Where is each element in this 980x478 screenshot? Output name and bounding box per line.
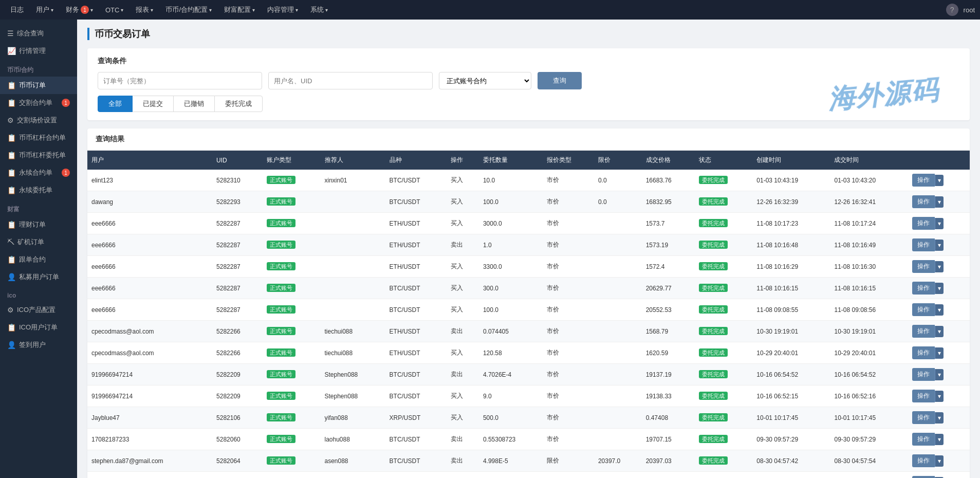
col-quantity: 委托数量 (479, 151, 543, 170)
sidebar-item-coin-order[interactable]: 📋 币币订单 (0, 77, 77, 94)
table-row: elint123 5282310 正式账号 xinxin01 BTC/USDT … (87, 170, 970, 191)
cell-limit-price (594, 299, 642, 321)
op-button[interactable]: 操作 (912, 238, 935, 251)
sidebar-item-label: 永续合约单 (19, 168, 52, 177)
sidebar-item-perpetual-delegate[interactable]: 📋 永续委托单 (0, 181, 77, 199)
op-button[interactable]: 操作 (912, 476, 935, 478)
cell-deal-price: 19707.15 (642, 429, 695, 450)
table-row: dawang 5282293 正式账号 BTC/USDT 买入 100.0 市价… (87, 191, 970, 213)
main-content: 币币交易订单 查询条件 正式账号合约 查询 全部 已提交 已撤销 委托完成 查询… (77, 20, 980, 478)
cell-deal-price: 16683.76 (642, 170, 695, 191)
cell-price-type: 限价 (543, 472, 594, 479)
op-arrow-button[interactable]: ▾ (935, 369, 944, 380)
user-avatar-icon: ? (946, 4, 958, 16)
col-referrer: 推荐人 (321, 151, 385, 170)
op-arrow-button[interactable]: ▾ (935, 434, 944, 445)
nav-content[interactable]: 内容管理 ▾ (262, 0, 303, 20)
col-variety: 品种 (385, 151, 447, 170)
sidebar-item-market[interactable]: 📈 行情管理 (0, 42, 77, 60)
cell-account-type: 正式账号 (263, 364, 320, 385)
cell-user: elint123 (87, 170, 212, 191)
nav-user[interactable]: 用户 ▾ (31, 0, 59, 20)
user-input[interactable] (268, 72, 433, 89)
cell-create-time: 10-01 10:17:45 (752, 407, 830, 429)
cell-deal-time: 10-16 06:52:16 (830, 385, 908, 407)
tab-all[interactable]: 全部 (98, 96, 133, 112)
tab-completed[interactable]: 委托完成 (214, 96, 263, 112)
sidebar-item-private-order[interactable]: 👤 私募用户订单 (0, 268, 77, 286)
sidebar-item-overview[interactable]: ☰ 综合查询 (0, 25, 77, 42)
cell-limit-price (594, 321, 642, 342)
sidebar-item-miner-order[interactable]: ⛏ 矿机订单 (0, 233, 77, 251)
op-button[interactable]: 操作 (912, 411, 935, 424)
top-nav-right: ? root (946, 4, 975, 16)
nav-report[interactable]: 报表 ▾ (131, 0, 158, 20)
op-button[interactable]: 操作 (912, 303, 935, 316)
op-button[interactable]: 操作 (912, 195, 935, 208)
sidebar-item-perpetual-contract[interactable]: 📋 永续合约单 1 (0, 164, 77, 181)
nav-coin-config-arrow: ▾ (209, 7, 212, 13)
cell-operation: 买入 (447, 278, 478, 299)
cell-actions: 操作▾ (908, 278, 970, 299)
op-arrow-button[interactable]: ▾ (935, 391, 944, 402)
query-button[interactable]: 查询 (538, 72, 582, 89)
sidebar-item-ico-order[interactable]: 📋 ICO用户订单 (0, 319, 77, 336)
sidebar-item-leverage-delegate[interactable]: 📋 币币杠杆委托单 (0, 146, 77, 164)
tab-submitted[interactable]: 已提交 (132, 96, 174, 112)
cell-account-type: 正式账号 (263, 385, 320, 407)
cell-deal-price: 19138.33 (642, 385, 695, 407)
table-row: 919966947214 5282209 正式账号 Stephen088 BTC… (87, 385, 970, 407)
sidebar-item-delivery-contract[interactable]: 📋 交割合约单 1 (0, 94, 77, 112)
op-arrow-button[interactable]: ▾ (935, 196, 944, 208)
order-number-input[interactable] (98, 72, 262, 89)
cell-quantity: 4.998E-5 (479, 450, 543, 472)
op-button[interactable]: 操作 (912, 217, 935, 230)
op-arrow-button[interactable]: ▾ (935, 261, 944, 272)
op-arrow-button[interactable]: ▾ (935, 240, 944, 251)
sidebar-item-delivery-price[interactable]: ⚙ 交割场价设置 (0, 112, 77, 129)
sidebar-item-ico-config[interactable]: ⚙ ICO产品配置 (0, 301, 77, 319)
nav-wealth-config[interactable]: 财富配置 ▾ (219, 0, 260, 20)
op-button[interactable]: 操作 (912, 433, 935, 446)
op-button[interactable]: 操作 (912, 174, 935, 187)
cell-create-time: 11-08 10:16:15 (752, 278, 830, 299)
cell-uid: 5282209 (212, 385, 263, 407)
nav-log[interactable]: 日志 (5, 0, 29, 20)
sidebar-item-follow-contract[interactable]: 📋 跟单合约 (0, 251, 77, 268)
delivery-icon: 📋 (7, 99, 16, 107)
op-arrow-button[interactable]: ▾ (935, 218, 944, 229)
op-button[interactable]: 操作 (912, 390, 935, 402)
cell-variety: BTC/USDT (385, 170, 447, 191)
op-button[interactable]: 操作 (912, 325, 935, 338)
op-arrow-button[interactable]: ▾ (935, 347, 944, 359)
nav-system[interactable]: 系统 ▾ (305, 0, 333, 20)
nav-coin-config[interactable]: 币币/合约配置 ▾ (160, 0, 217, 20)
cell-uid: 5282064 (212, 450, 263, 472)
op-arrow-button[interactable]: ▾ (935, 304, 944, 316)
sidebar-item-finance-order[interactable]: 📋 理财订单 (0, 216, 77, 233)
results-table: 用户 UID 账户类型 推荐人 品种 操作 委托数量 报价类型 限价 成交价格 … (87, 151, 970, 478)
op-arrow-button[interactable]: ▾ (935, 283, 944, 294)
op-arrow-button[interactable]: ▾ (935, 412, 944, 424)
sidebar-item-label: 币币订单 (19, 81, 46, 90)
sidebar-item-checkin-user[interactable]: 👤 签到用户 (0, 336, 77, 354)
nav-otc[interactable]: OTC ▾ (100, 0, 128, 20)
op-button[interactable]: 操作 (912, 282, 935, 295)
op-arrow-button[interactable]: ▾ (935, 455, 944, 467)
op-button[interactable]: 操作 (912, 368, 935, 381)
op-button[interactable]: 操作 (912, 346, 935, 359)
nav-finance[interactable]: 财务 1 ▾ (61, 0, 98, 20)
op-arrow-button[interactable]: ▾ (935, 326, 944, 337)
account-type-select[interactable]: 正式账号合约 (439, 72, 531, 89)
op-button[interactable]: 操作 (912, 454, 935, 467)
tab-revoked[interactable]: 已撤销 (173, 96, 215, 112)
cell-operation: 买入 (447, 170, 478, 191)
cell-price-type: 市价 (543, 234, 594, 256)
op-button[interactable]: 操作 (912, 260, 935, 273)
cell-limit-price: 1.0 (594, 472, 642, 479)
op-arrow-button[interactable]: ▾ (935, 175, 944, 186)
sidebar-item-leverage-contract[interactable]: 📋 币币杠杆合约单 (0, 129, 77, 146)
cell-deal-price: 1620.59 (642, 342, 695, 364)
table-row: eee6666 5282287 正式账号 ETH/USDT 卖出 1.0 市价 … (87, 234, 970, 256)
cell-quantity: 120.58 (479, 342, 543, 364)
